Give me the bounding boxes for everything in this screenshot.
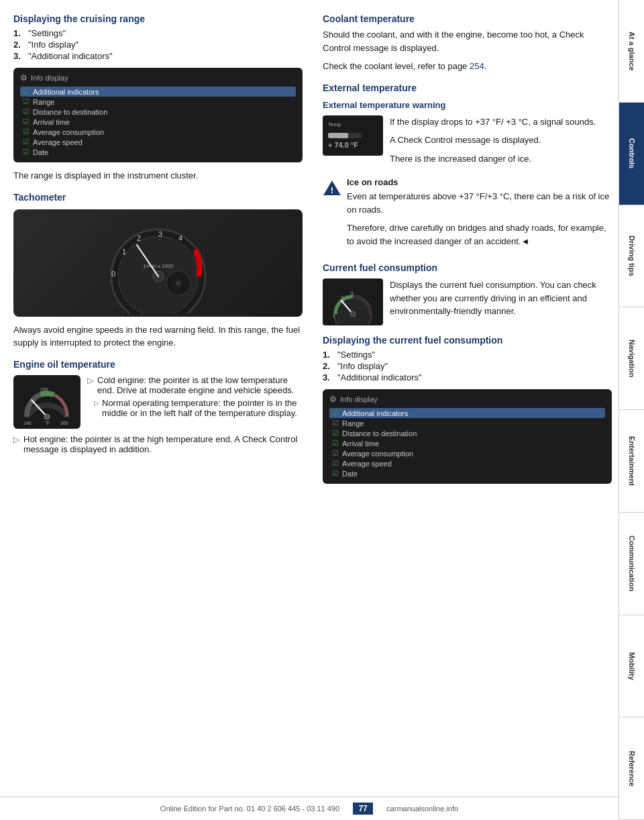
step-2: 2. "Info display" xyxy=(13,40,303,50)
sidebar-item-reference[interactable]: Reference xyxy=(619,717,644,820)
warning-text-2: Therefore, drive carefully on bridges an… xyxy=(347,221,612,248)
warning-text-1: Even at temperatures above +37 °F/+3 °C,… xyxy=(347,190,612,216)
sidebar-label-entertainment: Entertainment xyxy=(628,436,636,486)
right-column: Coolant temperature Should the coolant, … xyxy=(316,13,612,790)
svg-text:1: 1 xyxy=(122,248,126,256)
tacho-warning: Always avoid engine speeds in the red wa… xyxy=(13,323,303,350)
copyright-text: Online Edition for Part no. 01 40 2 606 … xyxy=(160,805,339,813)
sidebar-item-controls[interactable]: Controls xyxy=(619,103,644,205)
svg-text:7: 7 xyxy=(368,313,371,318)
svg-point-15 xyxy=(44,414,50,419)
svg-text:1: 1 xyxy=(333,313,335,318)
main-content: Displaying the cruising range 1. "Settin… xyxy=(0,0,619,820)
info-display-1: Info display Additional indicators Range… xyxy=(13,68,303,162)
svg-point-29 xyxy=(350,311,356,317)
bullet-arrow-2: ▷ xyxy=(94,399,99,407)
svg-text:140: 140 xyxy=(23,421,32,425)
warning-title: Ice on roads xyxy=(347,177,612,187)
info-display-item-2-5: Average consumption xyxy=(329,448,605,458)
svg-text:1/min x 1000: 1/min x 1000 xyxy=(143,263,174,269)
ext-temp-section: Temp + 74.0 °F If the display drops to +… xyxy=(323,115,612,171)
steps-cruising: 1. "Settings" 2. "Info display" 3. "Addi… xyxy=(13,28,303,61)
oil-bullet-1-text: Cold engine: the pointer is at the low t… xyxy=(97,375,303,395)
sidebar-label-controls: Controls xyxy=(628,138,636,168)
step-1-text: "Settings" xyxy=(28,28,66,38)
info-display-item-1-4: Arrival time xyxy=(20,117,296,127)
svg-text:360: 360 xyxy=(60,421,68,425)
info-display-2-title: Info display xyxy=(329,395,605,404)
step-1-num: 1. xyxy=(13,28,24,38)
ext-temp-text-2: A Check Control message is displayed. xyxy=(390,134,596,147)
sidebar-item-entertainment[interactable]: Entertainment xyxy=(619,410,644,513)
fuel-step-3-text: "Additional indicators" xyxy=(337,372,422,382)
page-number: 77 xyxy=(353,803,373,815)
temp-bar xyxy=(328,133,362,138)
svg-text:5: 5 xyxy=(193,252,197,260)
info-display-item-1-5: Average consumption xyxy=(20,127,296,137)
info-display-item-1-7: Date xyxy=(20,147,296,157)
warning-icon: ! xyxy=(323,178,341,197)
svg-text:°F: °F xyxy=(45,421,50,425)
heading-engine-oil: Engine oil temperature xyxy=(13,359,303,370)
heading-displaying-fuel: Displaying the current fuel consumption xyxy=(323,335,612,346)
oil-temp-bullets: ▷ Cold engine: the pointer is at the low… xyxy=(87,375,303,429)
fuel-step-2-num: 2. xyxy=(323,361,333,371)
page-footer: Online Edition for Part no. 01 40 2 606 … xyxy=(0,797,619,820)
range-note: The range is displayed in the instrument… xyxy=(13,169,303,183)
info-display-item-1-6: Average speed xyxy=(20,137,296,147)
coolant-link[interactable]: 254 xyxy=(470,61,484,71)
sidebar-item-driving-tips[interactable]: Driving tips xyxy=(619,205,644,308)
info-display-item-2-2: Range xyxy=(329,418,605,428)
page-body: Displaying the cruising range 1. "Settin… xyxy=(0,0,619,797)
coolant-text-2-pre: Check the coolant level, refer to page xyxy=(323,61,470,71)
step-1: 1. "Settings" xyxy=(13,28,303,38)
svg-text:4: 4 xyxy=(178,234,182,242)
oil-bullet-1: ▷ Cold engine: the pointer is at the low… xyxy=(87,375,303,395)
sidebar-label-reference: Reference xyxy=(628,751,636,786)
tachometer-image: 1 0 2 3 4 5 1/min x 1000 xyxy=(13,209,303,317)
info-display-item-2-3: Distance to destination xyxy=(329,428,605,438)
brand-text: carmanualsonline.info xyxy=(386,805,458,813)
info-display-item-1-1: Additional indicators xyxy=(20,87,296,97)
ext-temp-text-block: If the display drops to +37 °F/ +3 °C, a… xyxy=(390,115,596,171)
steps-fuel: 1. "Settings" 2. "Info display" 3. "Addi… xyxy=(323,350,612,382)
warning-box: ! Ice on roads Even at temperatures abov… xyxy=(323,177,612,253)
sidebar-item-at-a-glance[interactable]: At a glance xyxy=(619,0,644,103)
coolant-text-2: Check the coolant level, refer to page 2… xyxy=(323,60,612,73)
hot-engine-bullet: ▷ Hot engine: the pointer is at the high… xyxy=(13,434,303,454)
step-3-num: 3. xyxy=(13,51,24,61)
right-sidebar: At a glance Controls Driving tips Naviga… xyxy=(619,0,644,820)
sidebar-label-communication: Communication xyxy=(628,535,636,591)
hot-engine-text: Hot engine: the pointer is at the high t… xyxy=(23,434,303,454)
temp-value: + 74.0 °F xyxy=(328,141,358,149)
info-display-item-1-3: Distance to destination xyxy=(20,107,296,117)
sidebar-item-communication[interactable]: Communication xyxy=(619,513,644,615)
fuel-step-2-text: "Info display" xyxy=(337,361,388,371)
heading-tachometer: Tachometer xyxy=(13,192,303,203)
svg-text:0: 0 xyxy=(111,270,115,278)
info-display-item-2-4: Arrival time xyxy=(329,438,605,448)
temp-display: Temp + 74.0 °F xyxy=(323,115,383,156)
step-2-num: 2. xyxy=(13,40,24,50)
info-display-item-2-1: Additional indicators xyxy=(329,408,605,418)
hot-engine-bullet-list: ▷ Hot engine: the pointer is at the high… xyxy=(13,434,303,454)
oil-gauge-image: 140 250 360 °F xyxy=(13,375,80,429)
svg-text:!: ! xyxy=(331,185,333,195)
fuel-gauge-image: 1 3 5 7 xyxy=(323,278,383,325)
fuel-text-block: Displays the current fuel consumption. Y… xyxy=(390,278,612,323)
sidebar-label-navigation: Navigation xyxy=(628,340,636,377)
bullet-arrow-1: ▷ xyxy=(87,376,93,385)
oil-temp-container: 140 250 360 °F ▷ Cold engine: the pointe… xyxy=(13,375,303,429)
sub-heading-ext-warning: External temperature warning xyxy=(323,100,612,110)
sidebar-item-navigation[interactable]: Navigation xyxy=(619,307,644,410)
info-display-item-2-6: Average speed xyxy=(329,458,605,468)
svg-text:3: 3 xyxy=(341,295,343,300)
temp-bar-fill xyxy=(328,133,348,138)
svg-text:5: 5 xyxy=(351,291,354,296)
sidebar-item-mobility[interactable]: Mobility xyxy=(619,615,644,718)
info-display-item-1-2: Range xyxy=(20,97,296,107)
fuel-step-1-num: 1. xyxy=(323,350,333,360)
svg-text:3: 3 xyxy=(158,230,162,238)
svg-text:250: 250 xyxy=(40,387,48,392)
ext-temp-text-1: If the display drops to +37 °F/ +3 °C, a… xyxy=(390,115,596,129)
